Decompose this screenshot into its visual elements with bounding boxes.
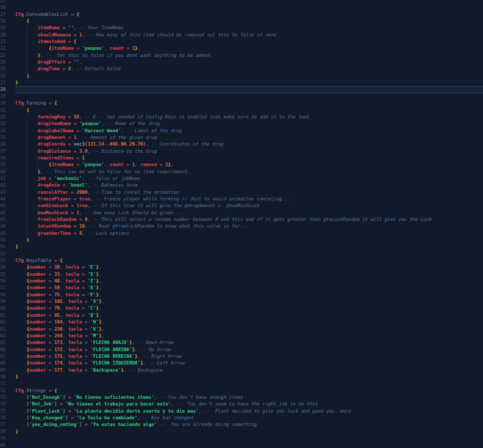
code-line-67[interactable]: 67 {number = 175, tecla = 'FLECHA DERECH… <box>0 353 483 360</box>
code-line-76[interactable]: 76 ['Key_changed'] = 'La Tecla ha cambia… <box>0 415 483 421</box>
line-number[interactable]: 38 <box>0 155 15 161</box>
line-number[interactable]: 64 <box>0 333 15 339</box>
code-line-60[interactable]: 60 {number = 79, tecla = 'C'}, <box>0 305 483 312</box>
line-number[interactable]: 77 <box>0 421 15 428</box>
line-number[interactable]: 21 <box>0 38 15 45</box>
code-line-44[interactable]: 44 freezePlayer = true, -- Freeze player… <box>0 196 483 202</box>
code-line-31[interactable]: 31 { <box>0 107 483 114</box>
code-line-35[interactable]: 35 drugAmount = 1, -- Amount of the give… <box>0 134 483 141</box>
line-number[interactable]: 60 <box>0 305 15 312</box>
code-line-53[interactable]: 53Cfg.KeysTable = { <box>0 257 483 264</box>
code-line-15[interactable]: 15 <box>0 0 483 4</box>
line-number[interactable]: 26 <box>0 73 15 79</box>
line-number[interactable]: 40 <box>0 169 15 175</box>
line-number[interactable]: 73 <box>0 394 15 401</box>
code-line-62[interactable]: 62 {number = 104, tecla = 'H'}, <box>0 319 483 325</box>
code-line-22[interactable]: 22 {itemName = 'paupau', count = 1}, <box>0 45 483 52</box>
code-line-48[interactable]: 48 toLuckRandom = 10, -- Read @fromluckR… <box>0 223 483 230</box>
line-number[interactable]: 47 <box>0 216 15 223</box>
line-number[interactable]: 24 <box>0 59 15 66</box>
line-number[interactable]: 41 <box>0 175 15 182</box>
code-line-75[interactable]: 75 ['Plant_Luck'] = 'La planta decidio d… <box>0 408 483 415</box>
line-number[interactable]: 37 <box>0 148 15 155</box>
line-number[interactable]: 27 <box>0 79 15 86</box>
line-number[interactable]: 65 <box>0 339 15 346</box>
code-line-77[interactable]: 77 ['you_doing_smthng'] = 'Ya estas haci… <box>0 421 483 428</box>
code-line-66[interactable]: 66 {number = 172, tecla = 'FLECHA ARRIBA… <box>0 347 483 353</box>
line-number[interactable]: 63 <box>0 326 15 333</box>
line-number[interactable]: 48 <box>0 223 15 230</box>
line-number[interactable]: 23 <box>0 52 15 59</box>
code-line-21[interactable]: 21 itemstoAdd = { <box>0 38 483 45</box>
line-number[interactable]: 53 <box>0 257 15 264</box>
code-line-20[interactable]: 20 shouldRemove = 1, -- How many of this… <box>0 32 483 38</box>
line-number[interactable]: 67 <box>0 353 15 360</box>
line-number[interactable]: 52 <box>0 251 15 257</box>
code-line-47[interactable]: 47 fromluckRandom = 0, -- This will sele… <box>0 216 483 223</box>
line-number[interactable]: 35 <box>0 134 15 141</box>
line-number[interactable]: 74 <box>0 401 15 408</box>
line-number[interactable]: 70 <box>0 374 15 380</box>
code-line-51[interactable]: 51} <box>0 243 483 250</box>
line-number[interactable]: 32 <box>0 114 15 120</box>
code-line-72[interactable]: 72Cfg.Strings = { <box>0 388 483 394</box>
line-number[interactable]: 57 <box>0 284 15 291</box>
line-number[interactable]: 20 <box>0 32 15 38</box>
line-number[interactable]: 19 <box>0 25 15 31</box>
code-line-57[interactable]: 57 {number = 58, tecla = 'G'}, <box>0 284 483 291</box>
code-line-41[interactable]: 41 job = 'mechanic', -- false or jobName <box>0 175 483 182</box>
code-line-64[interactable]: 64 {number = 244, tecla = 'M'}, <box>0 333 483 339</box>
line-number[interactable]: 42 <box>0 182 15 189</box>
code-line-58[interactable]: 58 {number = 75, tecla = 'F'}, <box>0 292 483 298</box>
code-line-56[interactable]: 56 {number = 48, tecla = 'Z'}, <box>0 278 483 284</box>
code-line-52[interactable]: 52 <box>0 251 483 257</box>
code-line-74[interactable]: 74 ['Not_Job'] = 'No tienes el trabajo p… <box>0 401 483 408</box>
code-line-68[interactable]: 68 {number = 174, tecla = 'FLECHA IZQUIE… <box>0 360 483 366</box>
line-number[interactable]: 55 <box>0 271 15 278</box>
code-line-61[interactable]: 61 {number = 85, tecla = 'Q'}, <box>0 312 483 319</box>
line-number[interactable]: 33 <box>0 120 15 127</box>
line-number[interactable]: 71 <box>0 380 15 387</box>
line-number[interactable]: 69 <box>0 367 15 374</box>
code-line-50[interactable]: 50 } <box>0 237 483 243</box>
line-number[interactable]: 78 <box>0 429 15 435</box>
line-number[interactable]: 56 <box>0 278 15 284</box>
code-line-45[interactable]: 45 canGiveLuck = true, -- If this true i… <box>0 202 483 209</box>
code-line-36[interactable]: 36 drugCoords = vec3(131.14,-945.96,29.7… <box>0 141 483 148</box>
code-line-25[interactable]: 25 drugTime = 8, -- Default Value <box>0 66 483 72</box>
code-line-80[interactable]: 80 <box>0 442 483 448</box>
code-line-30[interactable]: 30Cfg.Farming = { <box>0 100 483 107</box>
line-number[interactable]: 29 <box>0 93 15 100</box>
line-number[interactable]: 68 <box>0 360 15 366</box>
line-number[interactable]: 18 <box>0 18 15 25</box>
line-number[interactable]: 80 <box>0 442 15 448</box>
code-line-29[interactable]: 29 <box>0 93 483 100</box>
line-number[interactable]: 62 <box>0 319 15 325</box>
code-line-63[interactable]: 63 {number = 236, tecla = 'V'}, <box>0 326 483 333</box>
line-number[interactable]: 75 <box>0 408 15 415</box>
line-number[interactable]: 49 <box>0 230 15 237</box>
code-line-42[interactable]: 42 drugAnim = 'kneel', -- DpEmotes Anim <box>0 182 483 189</box>
code-line-78[interactable]: 78} <box>0 429 483 435</box>
line-number[interactable]: 76 <box>0 415 15 421</box>
line-number[interactable]: 30 <box>0 100 15 107</box>
code-line-24[interactable]: 24 drugEffect = '', <box>0 59 483 66</box>
line-number[interactable]: 58 <box>0 292 15 298</box>
code-line-16[interactable]: 16 <box>0 4 483 11</box>
code-line-23[interactable]: 23 }, -- Set this to false if you dont w… <box>0 52 483 59</box>
line-number[interactable]: 79 <box>0 435 15 442</box>
line-number[interactable]: 34 <box>0 128 15 134</box>
code-line-54[interactable]: 54 {number = 38, tecla = 'E'}, <box>0 264 483 271</box>
code-line-33[interactable]: 33 drugitemName = 'paupau', -- Name of t… <box>0 120 483 127</box>
line-number[interactable]: 54 <box>0 264 15 271</box>
line-number[interactable]: 17 <box>0 11 15 18</box>
line-number[interactable]: 36 <box>0 141 15 148</box>
line-number[interactable]: 39 <box>0 161 15 168</box>
code-line-40[interactable]: 40 }, -- This can be set to false for no… <box>0 169 483 175</box>
code-line-69[interactable]: 69 {number = 177, tecla = 'Backspace'}, … <box>0 367 483 374</box>
code-line-65[interactable]: 65 {number = 173, tecla = 'FLECHA ABAJO'… <box>0 339 483 346</box>
code-line-46[interactable]: 46 howMuchLuck = 1, -- How many Luck Sho… <box>0 210 483 216</box>
line-number[interactable]: 61 <box>0 312 15 319</box>
code-line-55[interactable]: 55 {number = 33, tecla = 'S'}, <box>0 271 483 278</box>
line-number[interactable]: 51 <box>0 243 15 250</box>
